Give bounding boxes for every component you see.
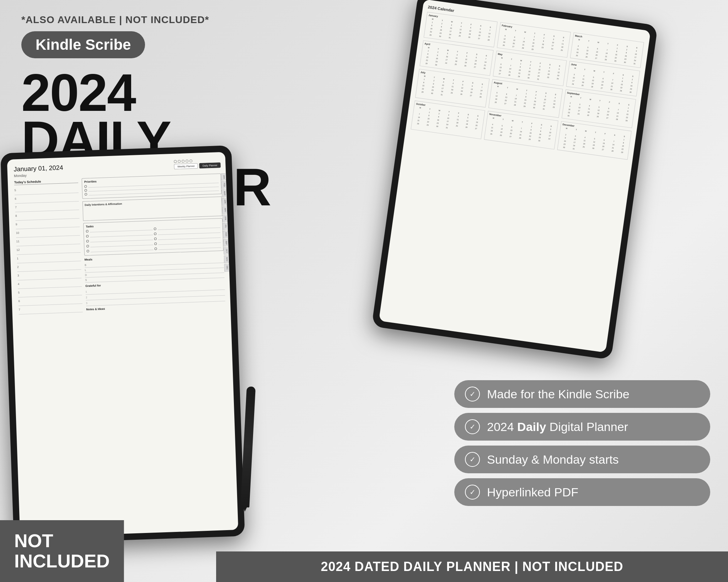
month-block-9: OctoberMTWTFSS.1234567891011121314151617…	[411, 101, 485, 139]
schedule-column: Today's Schedule 5 6 7 8 9 10 11 12 1 2 …	[14, 178, 91, 534]
task-line-2b	[158, 230, 221, 235]
month-block-6: JulyMTWTFSS12345678910111213141516171819…	[415, 69, 489, 108]
tab-jun[interactable]: JUN	[222, 215, 228, 222]
task-line-4a	[90, 242, 153, 247]
tab-may[interactable]: MAY	[222, 206, 228, 214]
tasks-box: Tasks	[83, 218, 224, 256]
priority-checkbox-3[interactable]	[85, 193, 87, 195]
feature-text-3: Hyperlinked PDF	[487, 485, 578, 499]
tab-sep[interactable]: SEP	[223, 239, 229, 246]
feature-check-icon-2: ✓	[465, 452, 480, 467]
right-column: Priorities	[82, 173, 233, 531]
tab-aug[interactable]: AUG	[223, 230, 228, 238]
month-block-11: DecemberMTWTFSS......1234567891011121314…	[557, 121, 631, 160]
task-line-3b	[158, 235, 221, 240]
meal-b-label: B	[85, 264, 86, 266]
task-cb-3a[interactable]	[86, 240, 89, 242]
tab-mar[interactable]: MAR	[221, 189, 227, 198]
planner-date-area: January 01, 2024 Monday	[14, 164, 63, 178]
task-row-1a	[86, 227, 153, 233]
task-cb-3b[interactable]	[154, 237, 156, 240]
feature-row-2: ✓Sunday & Monday starts	[454, 446, 710, 473]
meal-d-label: D	[85, 274, 87, 276]
priorities-box: Priorities	[82, 173, 222, 199]
task-cb-4a[interactable]	[86, 245, 89, 247]
calendar-page: 2024 Calendar JanuaryMTWTFSS123456789101…	[405, 0, 651, 166]
feature-check-icon-1: ✓	[465, 419, 480, 434]
meal-l-label: L	[85, 269, 86, 271]
grateful-section: Grateful for 1 2 3	[85, 280, 225, 306]
nav-icon-3	[182, 160, 184, 163]
task-row-3b	[154, 235, 221, 240]
not-included-line2: INCLUDED	[14, 551, 110, 571]
planner-nav: Weekly Planner Daily Planner	[174, 158, 220, 169]
planner-body: Today's Schedule 5 6 7 8 9 10 11 12 1 2 …	[14, 173, 233, 534]
weekly-planner-btn[interactable]: Weekly Planner	[174, 163, 198, 169]
feature-text-1: 2024 Daily Digital Planner	[487, 420, 628, 434]
daily-planner-btn[interactable]: Daily Planner	[199, 162, 221, 168]
task-cb-1a[interactable]	[86, 230, 89, 232]
task-cb-1b[interactable]	[154, 227, 156, 230]
feature-check-icon-0: ✓	[465, 387, 480, 402]
meal-s-label: S	[85, 279, 87, 281]
task-row-3a	[86, 237, 153, 243]
bottom-bar-text: 2024 DATED DAILY PLANNER | NOT INCLUDED	[321, 559, 623, 574]
feature-row-0: ✓Made for the Kindle Scribe	[454, 380, 710, 408]
tab-apr[interactable]: APR	[222, 198, 227, 206]
nav-icon-1	[174, 160, 177, 163]
device-screen: January 01, 2024 Monday Weekly Planner	[7, 152, 239, 538]
task-cb-5a[interactable]	[87, 250, 89, 252]
planner-date: January 01, 2024	[14, 164, 63, 173]
calendar-screen: 2024 Calendar JanuaryMTWTFSS123456789101…	[379, 0, 651, 352]
month-block-8: SeptemberMTWTFSS......123456789101112131…	[562, 90, 636, 128]
tab-nov[interactable]: NOV	[224, 255, 229, 263]
schedule-label: Today's Schedule	[14, 178, 78, 185]
task-row-5a	[87, 247, 154, 253]
kindle-scribe-badge: Kindle Scribe	[21, 31, 145, 58]
tab-jul[interactable]: JUL	[223, 222, 228, 230]
task-line-4b	[158, 240, 221, 245]
nav-icon-5	[189, 160, 192, 162]
tab-dec[interactable]: DEC	[224, 264, 229, 272]
task-line-5a	[91, 247, 154, 252]
task-cb-2b[interactable]	[154, 232, 156, 235]
planner-date-text: January 01, 2024	[14, 164, 63, 173]
nav-buttons: Weekly Planner Daily Planner	[174, 162, 221, 169]
tab-oct[interactable]: OCT	[224, 247, 229, 255]
priority-checkbox-1[interactable]	[84, 185, 87, 188]
month-block-7: AugustMTWTFSS...123456789101112131415161…	[488, 79, 563, 118]
tab-feb[interactable]: FEB	[221, 181, 226, 189]
task-line-1b	[157, 225, 220, 230]
not-included-badge: NOT INCLUDED	[0, 520, 124, 582]
task-line-5b	[158, 245, 221, 250]
tab-jan[interactable]: JAN	[221, 173, 226, 181]
bottom-bar: 2024 DATED DAILY PLANNER | NOT INCLUDED	[216, 551, 728, 582]
features-panel: ✓Made for the Kindle Scribe✓2024 Daily D…	[454, 380, 710, 511]
daily-planner-device: January 01, 2024 Monday Weekly Planner	[0, 145, 245, 544]
task-cb-2a[interactable]	[86, 235, 89, 237]
feature-check-icon-3: ✓	[465, 485, 480, 500]
task-line-2a	[90, 232, 153, 237]
task-row-2a	[86, 232, 153, 238]
meals-section: Meals B L D S	[84, 253, 224, 283]
task-line-1a	[90, 227, 153, 232]
planner-page: January 01, 2024 Monday Weekly Planner	[7, 152, 239, 538]
planner-day: Monday	[14, 172, 63, 178]
task-cb-4b[interactable]	[154, 242, 157, 245]
task-line-3a	[90, 237, 153, 242]
priority-checkbox-2[interactable]	[85, 189, 87, 192]
feature-text-2: Sunday & Monday starts	[487, 453, 619, 467]
affirmation-box: Daily Intentions & Affirmation	[82, 196, 223, 221]
not-included-line1: NOT	[14, 531, 110, 551]
tasks-grid	[86, 225, 221, 253]
month-block-10: NovemberMTWTFSS....123456789101112131415…	[484, 111, 558, 150]
feature-text-0: Made for the Kindle Scribe	[487, 387, 630, 401]
calendar-device: 2024 Calendar JanuaryMTWTFSS123456789101…	[371, 0, 658, 360]
task-row-5b	[154, 245, 221, 250]
task-cb-5b[interactable]	[154, 247, 157, 250]
time-7b: 7	[18, 304, 83, 314]
task-row-1b	[154, 225, 220, 230]
feature-row-1: ✓2024 Daily Digital Planner	[454, 413, 710, 441]
nav-icon-2	[178, 160, 181, 163]
task-row-4b	[154, 240, 221, 245]
